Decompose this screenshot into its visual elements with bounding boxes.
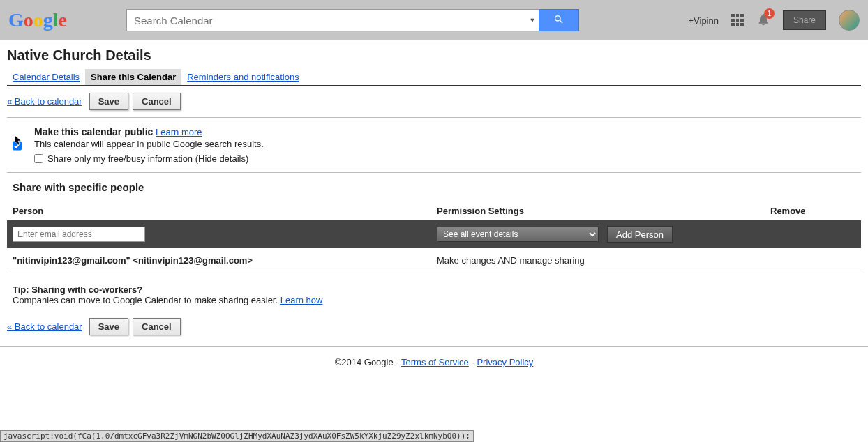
tab-calendar-details[interactable]: Calendar Details — [7, 69, 85, 85]
save-button-bottom[interactable]: Save — [89, 318, 128, 335]
permission-cell: Make changes AND manage sharing — [437, 255, 855, 266]
search-button[interactable] — [539, 9, 579, 31]
page-title: Native Church Details — [7, 47, 861, 63]
back-to-calendar-link[interactable]: « Back to calendar — [7, 96, 82, 107]
back-to-calendar-link-bottom[interactable]: « Back to calendar — [7, 321, 82, 332]
learn-how-link[interactable]: Learn how — [280, 295, 323, 305]
copyright: ©2014 Google — [335, 357, 394, 367]
apps-grid-icon[interactable] — [731, 14, 744, 26]
google-logo[interactable]: Google — [8, 9, 67, 31]
make-public-title: Make this calendar public — [34, 126, 153, 137]
terms-link[interactable]: Terms of Service — [401, 357, 469, 367]
freebusy-checkbox[interactable] — [34, 154, 43, 163]
search-bar: ▼ — [126, 9, 579, 31]
tab-share-calendar[interactable]: Share this Calendar — [85, 69, 181, 85]
notifications-button[interactable]: 1 — [756, 13, 770, 29]
bell-icon — [756, 18, 770, 29]
search-dropdown-arrow[interactable]: ▼ — [526, 9, 539, 31]
footer: ©2014 Google - Terms of Service - Privac… — [0, 346, 868, 377]
freebusy-label: Share only my free/busy information (Hid… — [47, 153, 248, 164]
share-table: Person Permission Settings Remove See al… — [7, 201, 861, 273]
header-right: +Vipinn 1 Share — [688, 10, 860, 31]
search-icon — [553, 14, 564, 27]
notification-count-badge: 1 — [764, 8, 775, 19]
cancel-button[interactable]: Cancel — [133, 93, 181, 110]
person-cell: "nitinvipin123@gmail.com" <nitinvipin123… — [13, 255, 437, 266]
save-button[interactable]: Save — [89, 93, 128, 110]
action-row-top: « Back to calendar Save Cancel — [7, 86, 861, 117]
share-button-header[interactable]: Share — [783, 10, 826, 30]
col-header-person: Person — [13, 206, 437, 216]
cancel-button-bottom[interactable]: Cancel — [133, 318, 181, 335]
share-section-title: Share with specific people — [7, 173, 861, 201]
learn-more-link[interactable]: Learn more — [156, 127, 202, 137]
email-input[interactable] — [13, 227, 145, 242]
top-header: Google ▼ +Vipinn 1 Share — [0, 0, 868, 40]
tip-section: Tip: Sharing with co-workers? Companies … — [7, 273, 861, 311]
add-person-button[interactable]: Add Person — [607, 226, 673, 243]
tab-reminders[interactable]: Reminders and notifications — [181, 69, 304, 85]
avatar[interactable] — [839, 10, 860, 31]
tip-title: Tip: Sharing with co-workers? — [13, 284, 861, 295]
public-section: Make this calendar public Learn more Thi… — [7, 118, 861, 172]
user-link[interactable]: +Vipinn — [688, 15, 719, 26]
tabs: Calendar Details Share this Calendar Rem… — [7, 69, 861, 86]
search-input[interactable] — [126, 9, 526, 31]
col-header-remove: Remove — [770, 206, 855, 216]
add-person-row: See all event details Add Person — [7, 220, 861, 248]
privacy-link[interactable]: Privacy Policy — [477, 357, 533, 367]
tip-description: Companies can move to Google Calendar to… — [13, 295, 280, 305]
table-row: "nitinvipin123@gmail.com" <nitinvipin123… — [7, 248, 861, 273]
permission-select[interactable]: See all event details — [437, 227, 599, 242]
public-description: This calendar will appear in public Goog… — [34, 139, 264, 149]
make-public-checkbox[interactable] — [13, 128, 22, 164]
col-header-permission: Permission Settings — [437, 206, 770, 216]
table-header-row: Person Permission Settings Remove — [7, 201, 861, 220]
action-row-bottom: « Back to calendar Save Cancel — [7, 311, 861, 342]
